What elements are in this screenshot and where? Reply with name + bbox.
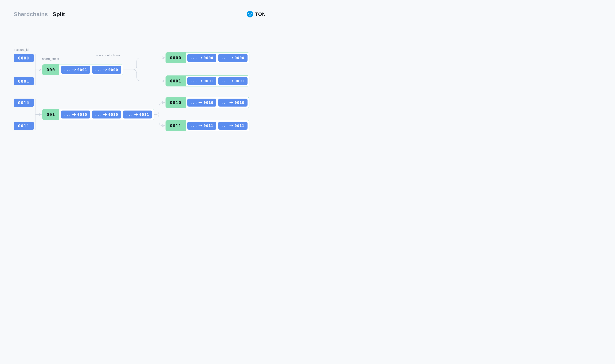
chain-chip: ...0010 — [187, 99, 216, 106]
chain-value: 0010 — [108, 112, 118, 117]
chain-value: 0000 — [204, 55, 213, 60]
account-last: 1 — [27, 79, 29, 84]
shard-prefix: 0001 — [166, 76, 186, 86]
account-last: 0 — [27, 101, 29, 105]
label-account-chains: account_chains — [99, 54, 120, 57]
chain-chip: ...0000 — [218, 54, 247, 62]
account-chip: 0011 — [14, 122, 34, 130]
account-last: 0 — [27, 56, 29, 61]
account-last: 1 — [27, 124, 29, 128]
diagram-canvas: account_id shard_prefix account_chains 0… — [0, 0, 279, 165]
account-base: 000 — [18, 79, 27, 84]
chain-chip: ...0011 — [187, 122, 216, 130]
shard-prefix: 0011 — [166, 120, 186, 131]
chain-chip: ...0010 — [61, 111, 90, 118]
chain-chip: ...0000 — [92, 66, 121, 74]
account-base: 001 — [18, 124, 27, 128]
source-shard: 000 ...0001 ...0000 — [42, 64, 123, 75]
label-shard-prefix: shard_prefix — [42, 57, 59, 61]
split-shard: 0000 ...0000 ...0000 — [165, 52, 249, 63]
chain-chip: ...0001 — [218, 77, 247, 85]
split-shard: 0001 ...0001 ...0001 — [165, 76, 249, 86]
shard-chains: ...0011 ...0011 — [186, 120, 249, 131]
chain-chip: ...0010 — [92, 111, 121, 118]
chain-value: 0001 — [77, 67, 87, 72]
vertical-rule — [35, 99, 36, 130]
source-shard: 001 ...0010 ...0010 ...0011 — [42, 109, 154, 120]
shard-prefix: 001 — [42, 109, 59, 120]
chain-value: 0011 — [139, 112, 149, 117]
chain-value: 0010 — [234, 100, 244, 105]
vertical-rule — [35, 54, 36, 85]
shard-prefix: 0010 — [166, 97, 186, 108]
chain-value: 0000 — [234, 55, 244, 60]
chain-value: 0010 — [204, 100, 213, 105]
chain-value: 0000 — [108, 67, 118, 72]
chain-chip: ...0000 — [187, 54, 216, 62]
chain-value: 0001 — [234, 79, 244, 83]
chain-value: 0001 — [204, 79, 213, 83]
account-chip: 0001 — [14, 77, 34, 85]
shard-chains: ...0010 ...0010 — [186, 97, 249, 108]
chain-value: 0011 — [204, 123, 213, 128]
shard-prefix: 000 — [42, 65, 59, 75]
chain-value: 0010 — [77, 112, 87, 117]
shard-chains: ...0010 ...0010 ...0011 — [59, 109, 154, 120]
chain-chip: ...0001 — [187, 77, 216, 85]
account-base: 001 — [18, 101, 27, 105]
split-shard: 0011 ...0011 ...0011 — [165, 120, 249, 131]
chain-chip: ...0010 — [218, 99, 247, 106]
label-account-id: account_id — [14, 48, 28, 52]
account-base: 000 — [18, 56, 27, 61]
chain-chip: ...0011 — [218, 122, 247, 130]
shard-chains: ...0000 ...0000 — [186, 52, 249, 63]
account-chip: 0000 — [14, 54, 34, 62]
split-shard: 0010 ...0010 ...0010 — [165, 97, 249, 108]
shard-chains: ...0001 ...0000 — [59, 65, 123, 75]
account-chip: 0010 — [14, 99, 34, 107]
chain-chip: ...0001 — [61, 66, 90, 74]
callout-dot — [96, 54, 98, 56]
chain-value: 0011 — [234, 123, 244, 128]
shard-prefix: 0000 — [166, 52, 186, 63]
shard-chains: ...0001 ...0001 — [186, 76, 249, 86]
chain-chip: ...0011 — [123, 111, 152, 118]
